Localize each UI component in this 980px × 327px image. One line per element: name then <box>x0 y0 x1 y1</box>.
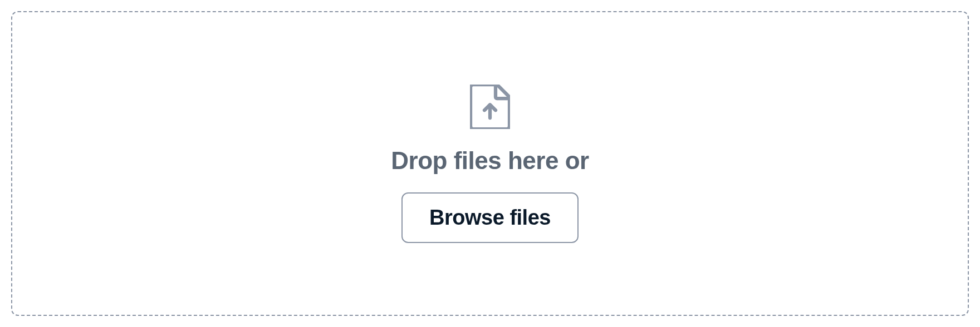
browse-files-button[interactable]: Browse files <box>401 192 579 243</box>
file-upload-icon <box>470 85 510 129</box>
file-dropzone[interactable]: Drop files here or Browse files <box>11 11 969 316</box>
dropzone-prompt-text: Drop files here or <box>391 147 589 175</box>
